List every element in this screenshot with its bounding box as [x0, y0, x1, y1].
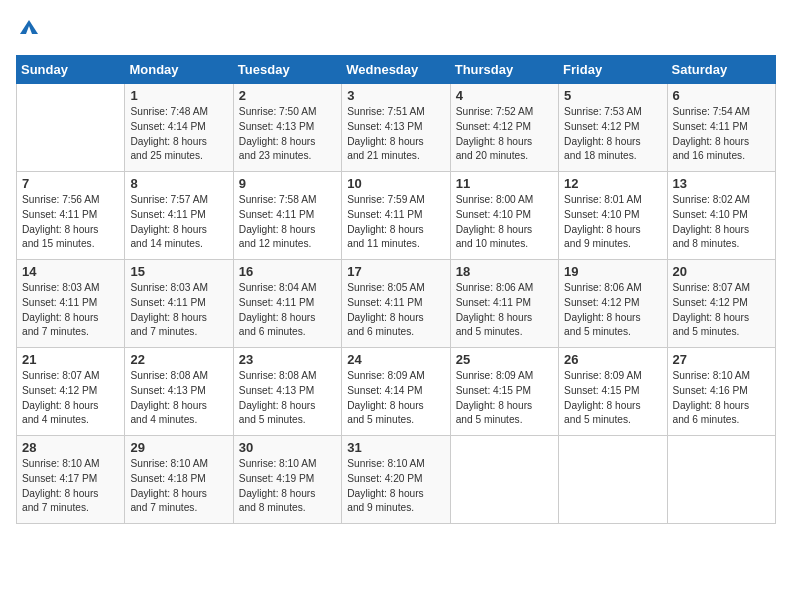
day-cell: 3Sunrise: 7:51 AM Sunset: 4:13 PM Daylig… — [342, 84, 450, 172]
day-cell: 9Sunrise: 7:58 AM Sunset: 4:11 PM Daylig… — [233, 172, 341, 260]
day-number: 2 — [239, 88, 336, 103]
day-cell: 18Sunrise: 8:06 AM Sunset: 4:11 PM Dayli… — [450, 260, 558, 348]
day-info: Sunrise: 8:07 AM Sunset: 4:12 PM Dayligh… — [673, 281, 770, 340]
day-info: Sunrise: 8:03 AM Sunset: 4:11 PM Dayligh… — [22, 281, 119, 340]
col-header-tuesday: Tuesday — [233, 56, 341, 84]
day-cell: 6Sunrise: 7:54 AM Sunset: 4:11 PM Daylig… — [667, 84, 775, 172]
col-header-thursday: Thursday — [450, 56, 558, 84]
day-info: Sunrise: 8:10 AM Sunset: 4:17 PM Dayligh… — [22, 457, 119, 516]
day-info: Sunrise: 8:08 AM Sunset: 4:13 PM Dayligh… — [239, 369, 336, 428]
day-cell: 29Sunrise: 8:10 AM Sunset: 4:18 PM Dayli… — [125, 436, 233, 524]
day-info: Sunrise: 7:59 AM Sunset: 4:11 PM Dayligh… — [347, 193, 444, 252]
day-number: 22 — [130, 352, 227, 367]
day-number: 26 — [564, 352, 661, 367]
day-cell: 16Sunrise: 8:04 AM Sunset: 4:11 PM Dayli… — [233, 260, 341, 348]
day-info: Sunrise: 8:07 AM Sunset: 4:12 PM Dayligh… — [22, 369, 119, 428]
day-cell: 24Sunrise: 8:09 AM Sunset: 4:14 PM Dayli… — [342, 348, 450, 436]
day-number: 6 — [673, 88, 770, 103]
day-number: 4 — [456, 88, 553, 103]
day-cell: 27Sunrise: 8:10 AM Sunset: 4:16 PM Dayli… — [667, 348, 775, 436]
day-info: Sunrise: 8:05 AM Sunset: 4:11 PM Dayligh… — [347, 281, 444, 340]
day-info: Sunrise: 8:09 AM Sunset: 4:15 PM Dayligh… — [564, 369, 661, 428]
day-number: 19 — [564, 264, 661, 279]
day-number: 18 — [456, 264, 553, 279]
week-row-1: 7Sunrise: 7:56 AM Sunset: 4:11 PM Daylig… — [17, 172, 776, 260]
day-cell: 10Sunrise: 7:59 AM Sunset: 4:11 PM Dayli… — [342, 172, 450, 260]
day-cell: 1Sunrise: 7:48 AM Sunset: 4:14 PM Daylig… — [125, 84, 233, 172]
col-header-wednesday: Wednesday — [342, 56, 450, 84]
day-number: 7 — [22, 176, 119, 191]
logo-icon — [18, 16, 40, 38]
day-number: 27 — [673, 352, 770, 367]
day-number: 29 — [130, 440, 227, 455]
day-cell — [559, 436, 667, 524]
day-cell: 20Sunrise: 8:07 AM Sunset: 4:12 PM Dayli… — [667, 260, 775, 348]
day-cell: 12Sunrise: 8:01 AM Sunset: 4:10 PM Dayli… — [559, 172, 667, 260]
day-info: Sunrise: 8:03 AM Sunset: 4:11 PM Dayligh… — [130, 281, 227, 340]
day-number: 16 — [239, 264, 336, 279]
day-number: 24 — [347, 352, 444, 367]
page-header — [16, 16, 776, 43]
day-number: 3 — [347, 88, 444, 103]
day-cell — [667, 436, 775, 524]
day-number: 11 — [456, 176, 553, 191]
day-cell — [17, 84, 125, 172]
day-cell: 4Sunrise: 7:52 AM Sunset: 4:12 PM Daylig… — [450, 84, 558, 172]
day-info: Sunrise: 7:48 AM Sunset: 4:14 PM Dayligh… — [130, 105, 227, 164]
calendar-header-row: SundayMondayTuesdayWednesdayThursdayFrid… — [17, 56, 776, 84]
day-cell: 13Sunrise: 8:02 AM Sunset: 4:10 PM Dayli… — [667, 172, 775, 260]
day-cell — [450, 436, 558, 524]
day-info: Sunrise: 8:09 AM Sunset: 4:15 PM Dayligh… — [456, 369, 553, 428]
day-number: 28 — [22, 440, 119, 455]
col-header-monday: Monday — [125, 56, 233, 84]
day-cell: 19Sunrise: 8:06 AM Sunset: 4:12 PM Dayli… — [559, 260, 667, 348]
day-number: 25 — [456, 352, 553, 367]
day-cell: 8Sunrise: 7:57 AM Sunset: 4:11 PM Daylig… — [125, 172, 233, 260]
day-number: 5 — [564, 88, 661, 103]
day-info: Sunrise: 8:06 AM Sunset: 4:11 PM Dayligh… — [456, 281, 553, 340]
day-number: 14 — [22, 264, 119, 279]
day-info: Sunrise: 8:08 AM Sunset: 4:13 PM Dayligh… — [130, 369, 227, 428]
day-cell: 2Sunrise: 7:50 AM Sunset: 4:13 PM Daylig… — [233, 84, 341, 172]
calendar-body: 1Sunrise: 7:48 AM Sunset: 4:14 PM Daylig… — [17, 84, 776, 524]
week-row-0: 1Sunrise: 7:48 AM Sunset: 4:14 PM Daylig… — [17, 84, 776, 172]
day-info: Sunrise: 8:02 AM Sunset: 4:10 PM Dayligh… — [673, 193, 770, 252]
day-cell: 25Sunrise: 8:09 AM Sunset: 4:15 PM Dayli… — [450, 348, 558, 436]
day-number: 30 — [239, 440, 336, 455]
day-number: 17 — [347, 264, 444, 279]
day-cell: 17Sunrise: 8:05 AM Sunset: 4:11 PM Dayli… — [342, 260, 450, 348]
day-number: 20 — [673, 264, 770, 279]
day-number: 9 — [239, 176, 336, 191]
day-info: Sunrise: 7:51 AM Sunset: 4:13 PM Dayligh… — [347, 105, 444, 164]
col-header-friday: Friday — [559, 56, 667, 84]
day-number: 1 — [130, 88, 227, 103]
day-number: 8 — [130, 176, 227, 191]
day-cell: 30Sunrise: 8:10 AM Sunset: 4:19 PM Dayli… — [233, 436, 341, 524]
week-row-4: 28Sunrise: 8:10 AM Sunset: 4:17 PM Dayli… — [17, 436, 776, 524]
day-info: Sunrise: 7:54 AM Sunset: 4:11 PM Dayligh… — [673, 105, 770, 164]
day-cell: 11Sunrise: 8:00 AM Sunset: 4:10 PM Dayli… — [450, 172, 558, 260]
day-number: 31 — [347, 440, 444, 455]
day-cell: 5Sunrise: 7:53 AM Sunset: 4:12 PM Daylig… — [559, 84, 667, 172]
week-row-3: 21Sunrise: 8:07 AM Sunset: 4:12 PM Dayli… — [17, 348, 776, 436]
day-info: Sunrise: 7:52 AM Sunset: 4:12 PM Dayligh… — [456, 105, 553, 164]
day-info: Sunrise: 8:10 AM Sunset: 4:16 PM Dayligh… — [673, 369, 770, 428]
col-header-saturday: Saturday — [667, 56, 775, 84]
day-info: Sunrise: 7:56 AM Sunset: 4:11 PM Dayligh… — [22, 193, 119, 252]
col-header-sunday: Sunday — [17, 56, 125, 84]
day-number: 15 — [130, 264, 227, 279]
day-info: Sunrise: 7:58 AM Sunset: 4:11 PM Dayligh… — [239, 193, 336, 252]
day-info: Sunrise: 7:53 AM Sunset: 4:12 PM Dayligh… — [564, 105, 661, 164]
day-cell: 14Sunrise: 8:03 AM Sunset: 4:11 PM Dayli… — [17, 260, 125, 348]
day-info: Sunrise: 8:00 AM Sunset: 4:10 PM Dayligh… — [456, 193, 553, 252]
day-info: Sunrise: 7:50 AM Sunset: 4:13 PM Dayligh… — [239, 105, 336, 164]
day-number: 23 — [239, 352, 336, 367]
day-cell: 15Sunrise: 8:03 AM Sunset: 4:11 PM Dayli… — [125, 260, 233, 348]
day-cell: 26Sunrise: 8:09 AM Sunset: 4:15 PM Dayli… — [559, 348, 667, 436]
day-number: 13 — [673, 176, 770, 191]
day-info: Sunrise: 8:06 AM Sunset: 4:12 PM Dayligh… — [564, 281, 661, 340]
day-cell: 28Sunrise: 8:10 AM Sunset: 4:17 PM Dayli… — [17, 436, 125, 524]
day-info: Sunrise: 8:09 AM Sunset: 4:14 PM Dayligh… — [347, 369, 444, 428]
day-cell: 23Sunrise: 8:08 AM Sunset: 4:13 PM Dayli… — [233, 348, 341, 436]
day-cell: 22Sunrise: 8:08 AM Sunset: 4:13 PM Dayli… — [125, 348, 233, 436]
